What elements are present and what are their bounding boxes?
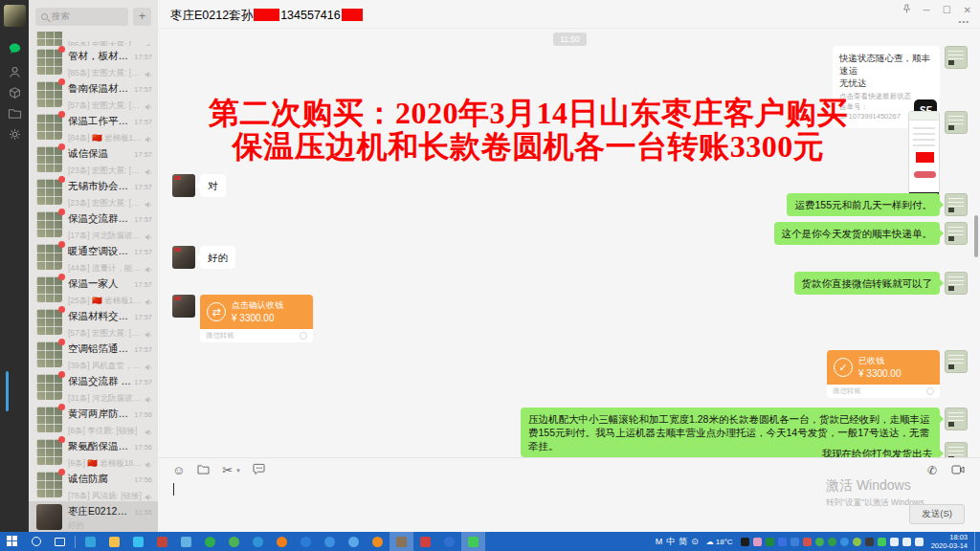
taskbar-app-photos-app[interactable] <box>150 532 174 551</box>
chat-list-item[interactable]: 管材，板材，保温，…17:57[85条] 宏图大展: [动画… <box>29 46 158 78</box>
taskbar-app-mail[interactable] <box>174 532 198 551</box>
taskbar-app-edge[interactable] <box>78 532 102 551</box>
tray-netdisk-icon[interactable] <box>840 538 849 546</box>
tray-dark-tray-icon[interactable] <box>865 538 874 546</box>
sender-avatar[interactable] <box>945 350 968 373</box>
chat-list-item[interactable]: 诚信防腐17:56[78条] 风清扬: [链接] <box>29 469 158 501</box>
taskbar-app-blue-app[interactable] <box>437 532 461 551</box>
taskbar-app-wechat[interactable] <box>461 532 485 551</box>
chat-list-item[interactable]: 保温材料交流群♻17:57[57条] 宏图大展: [动画… <box>29 306 158 339</box>
nav-item-settings[interactable] <box>0 123 29 148</box>
ime-mode[interactable]: 中 <box>666 536 675 548</box>
taskbar-app-ie-3[interactable] <box>342 532 366 551</box>
chat-list-item[interactable]: 聚氨酯保温管道交流17:56[9条] 🇨🇳 岩棉板183306… <box>29 436 158 469</box>
voice-call-icon[interactable]: ✆ <box>927 464 937 477</box>
weather-widget[interactable]: ☁ 18°C <box>706 538 733 546</box>
taskbar-app-firefox[interactable] <box>366 532 390 551</box>
chat-list-item[interactable]: [85条] 宏图大展: [动画… <box>29 32 158 46</box>
taskbar-app-ie[interactable] <box>294 532 318 551</box>
maxthon-icon <box>420 537 431 547</box>
tray-icons <box>741 538 924 546</box>
active-app-icon <box>396 537 407 547</box>
transfer-footer: 微信转账 <box>200 329 313 342</box>
chat-list-item[interactable]: 保温工作平台（禁止…17:57[84条] 🇨🇳 岩棉板18330… <box>29 111 158 143</box>
tray-tray-pink-icon[interactable] <box>753 538 762 546</box>
maximize-button[interactable]: ☐ <box>943 5 951 15</box>
tray-thunder-icon[interactable] <box>778 538 787 546</box>
user-avatar[interactable] <box>4 5 26 27</box>
screenshot-icon[interactable]: ✂ <box>222 464 233 476</box>
tray-wechat-tray-icon[interactable] <box>878 538 886 546</box>
chat-list-item[interactable]: 保温一家人17:57[25条] 🇨🇳 岩棉板18330… <box>29 274 158 306</box>
send-button[interactable]: 发送(S) <box>909 504 965 524</box>
ime-settings-icon[interactable]: ⊙ <box>691 537 699 546</box>
screenshot-line <box>913 139 935 141</box>
sender-avatar[interactable] <box>172 295 195 318</box>
chat-history-icon[interactable] <box>253 463 265 476</box>
ime-simplified[interactable]: 简 <box>679 536 687 548</box>
search-input[interactable]: 搜索 <box>35 8 128 26</box>
taskbar-app-blue-swirl-app[interactable] <box>246 532 270 551</box>
chat-list-item[interactable]: 保温交流群（黄赌徒…17:57[17条] 河北防腐玻璃棉片… <box>29 209 158 241</box>
sender-avatar[interactable] <box>945 46 968 69</box>
unread-dot <box>58 176 65 183</box>
taskbar-app-start[interactable] <box>0 532 24 551</box>
chat-list-item[interactable]: 枣庄E0212套孙1…11:55好的 <box>29 501 158 532</box>
tray-shield-icon[interactable] <box>791 538 799 546</box>
video-call-icon[interactable] <box>951 464 965 477</box>
wechat-transfer-card[interactable]: ⇄点击确认收钱¥ 3300.00微信转账 <box>200 295 313 342</box>
tray-jinshan-icon[interactable] <box>853 538 861 546</box>
chat-list-item[interactable]: 无锡市协会防腐保温…17:57[23条] 宏图大展: [动画… <box>29 176 158 209</box>
taskbar-app-safety-360[interactable] <box>270 532 294 551</box>
sender-avatar[interactable] <box>945 272 968 295</box>
sender-avatar[interactable] <box>945 111 968 134</box>
sender-avatar[interactable] <box>172 246 195 269</box>
close-button[interactable]: ✕ <box>964 5 971 15</box>
nav-item-profile-avatar[interactable] <box>0 3 29 28</box>
tray-shield-360-icon[interactable] <box>828 538 836 546</box>
chat-list-item[interactable]: 保温交流群 禁链接广…17:57[31条] 河北防腐玻璃棉片… <box>29 371 158 404</box>
taskbar-app-maxthon[interactable] <box>413 532 437 551</box>
taskbar-app-active-app[interactable] <box>390 532 413 551</box>
add-chat-button[interactable]: + <box>133 8 151 26</box>
taskbar-app-cortana[interactable] <box>24 532 48 551</box>
taskbar-app-file-explorer[interactable] <box>102 532 126 551</box>
chat-item-body: [85条] 宏图大展: [动画… <box>68 34 152 46</box>
chat-list-item[interactable]: 鲁南保温材料群17:57[57条] 宏图大展: [动画… <box>29 78 158 111</box>
ime-lang-icon[interactable]: M <box>656 537 663 546</box>
tray-safe-360-tray-icon[interactable] <box>815 538 824 546</box>
chat-list-item[interactable]: 空调铝箔通风管，发…17:57[39条] 风机盘管，风幕机… <box>29 339 158 371</box>
chat-list-item[interactable]: 暖通空调设备发展交…17:57[44条] 流量计，能量计 … <box>29 241 158 274</box>
sender-avatar[interactable] <box>945 193 968 216</box>
taskbar-app-browser-360[interactable] <box>222 532 246 551</box>
tray-touch-keyboard-icon[interactable] <box>915 538 924 546</box>
taskbar-clock[interactable]: 18:03 2020-03-14 <box>928 533 968 550</box>
wechat-transfer-card[interactable]: ✓已收钱¥ 3300.00微信转账 <box>827 350 940 398</box>
more-menu-icon[interactable]: ••• <box>959 17 969 26</box>
tray-tray-red-icon[interactable] <box>803 538 812 546</box>
input-method-bar[interactable]: M 中 简 ⊙ <box>656 536 699 548</box>
minimize-button[interactable]: ─ <box>924 5 930 15</box>
sender-avatar[interactable] <box>945 408 968 430</box>
chat-name-text: 诚信保温 <box>68 147 108 159</box>
tray-volume-icon[interactable] <box>890 538 899 546</box>
taskbar-app-ie-2[interactable] <box>318 532 342 551</box>
sender-avatar[interactable] <box>945 442 968 457</box>
chat-name-text: 鲁南保温材料群 <box>68 82 134 94</box>
show-desktop-button[interactable] <box>974 532 977 551</box>
screenshot-caret-icon[interactable]: ▾ <box>236 464 240 476</box>
emoji-icon[interactable]: ☺ <box>172 464 185 476</box>
send-file-icon[interactable] <box>197 464 210 476</box>
pin-icon[interactable] <box>902 4 911 15</box>
taskbar-app-green-app[interactable] <box>198 532 222 551</box>
taskbar-app-store[interactable] <box>126 532 150 551</box>
chat-list-item[interactable]: 黄河两岸防腐保温…17:56[8条] 李佳殿: [链接] <box>29 404 158 436</box>
chat-list-item[interactable]: 诚信保温17:57[23条] 宏图大展: [图片] <box>29 143 158 176</box>
tray-bubble-tray-icon[interactable] <box>902 538 911 546</box>
tray-tray-green-icon[interactable] <box>766 538 774 546</box>
chat-scrollbar[interactable] <box>974 215 978 257</box>
nav-item-chats[interactable] <box>0 38 29 63</box>
sender-avatar[interactable] <box>945 222 968 245</box>
taskbar-app-task-view[interactable] <box>48 532 72 551</box>
tray-qq-icon[interactable] <box>741 538 749 546</box>
